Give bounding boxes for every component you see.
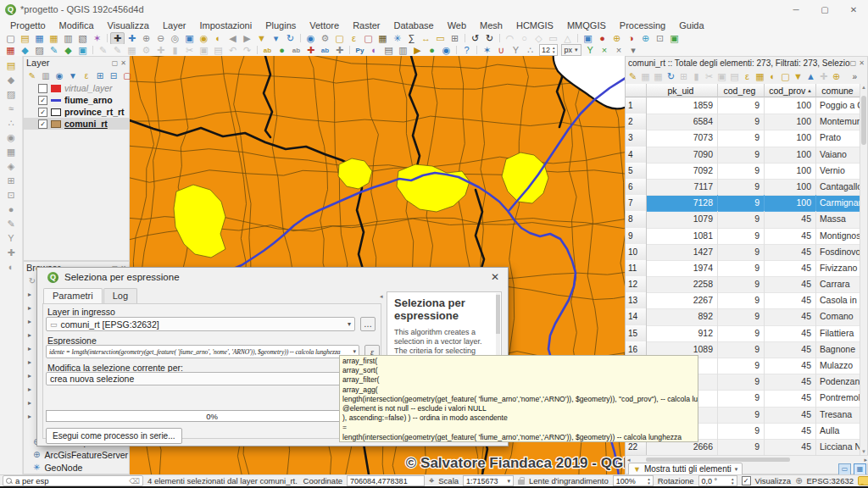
clear-search-icon[interactable]: ⌫ [129, 477, 140, 485]
zoom-to-layer-icon[interactable]: ◐ [211, 33, 225, 44]
cad-perpendicular-icon[interactable]: × [598, 45, 612, 56]
paste-features-icon[interactable]: ▤ [211, 45, 225, 56]
menu-item[interactable]: Progetto [3, 20, 53, 30]
filter-select-icon[interactable]: ▼ [793, 71, 804, 82]
redo-icon[interactable]: ↷ [240, 45, 254, 56]
open-attribute-table-icon[interactable]: ▦ [376, 33, 390, 44]
autocomplete-item[interactable]: ), ascending:=false) ) -- ordina in modo… [342, 413, 698, 423]
save-project-icon[interactable]: ▦ [32, 33, 47, 44]
plugin-icon[interactable]: ◐ [367, 45, 381, 56]
add-group-icon[interactable]: ▥ [40, 70, 52, 81]
zoom-in-icon[interactable]: ⊕ [139, 33, 153, 44]
dialog-tab[interactable]: Log [103, 288, 137, 303]
new-project-icon[interactable]: ▢ [3, 33, 18, 44]
save-edits-icon[interactable]: ▦ [125, 45, 139, 56]
menu-item[interactable]: MMQGIS [560, 20, 613, 30]
add-delimited-text-icon[interactable]: ∴ [4, 117, 18, 129]
table-row[interactable]: 6 7117 9 100 Cantagallo [626, 179, 862, 195]
scrollbar-thumb[interactable] [861, 96, 866, 145]
delete-selected-icon[interactable]: ▮ [168, 45, 182, 56]
row-number[interactable]: 15 [626, 325, 647, 342]
column-header[interactable]: comune [816, 84, 862, 97]
zoom-to-selection-icon[interactable]: ⊕ [831, 71, 842, 82]
measure-icon[interactable]: ↔ [419, 33, 433, 44]
add-vector-layer-icon[interactable]: ◆ [4, 74, 18, 86]
hcmgis-icon[interactable]: ▥ [396, 45, 410, 56]
layer-checkbox[interactable]: ✓ [38, 119, 47, 129]
add-ellipse-icon[interactable]: ◇ [531, 33, 546, 44]
cad-parallel-icon[interactable]: × [612, 45, 626, 56]
table-row[interactable]: 2 6584 9 100 Montemurlo [626, 114, 862, 130]
table-row[interactable]: 10 1427 9 45 Fosdinovo [626, 244, 862, 260]
close-button[interactable]: ✕ [839, 0, 868, 19]
delete-feature-icon[interactable]: ▮ [691, 71, 702, 82]
pan-to-selection-icon[interactable]: ✚ [125, 33, 139, 44]
layer-labeling-icon[interactable]: ab [260, 45, 275, 56]
copy-icon[interactable]: ▣ [716, 71, 727, 82]
close-icon[interactable]: ✕ [487, 271, 503, 283]
zoom-native-icon[interactable]: ◎ [168, 33, 182, 44]
table-view-toggle[interactable]: ▦ [854, 463, 866, 475]
layer-item[interactable]: ✓ fiume_arno [24, 94, 129, 106]
add-raster-layer-icon[interactable]: ▨ [32, 45, 47, 56]
magnifier-icon[interactable]: ⊕ [609, 33, 624, 44]
add-feature-icon[interactable]: ⊞ [678, 71, 689, 82]
invert-selection-icon[interactable]: ◐ [767, 71, 778, 82]
row-number[interactable]: 1 [626, 97, 647, 114]
toolbar-icon[interactable] [577, 34, 578, 42]
open-project-icon[interactable]: ▤ [18, 33, 32, 44]
symbol-unit-select[interactable]: px ▾ [561, 44, 581, 56]
menu-item[interactable]: Visualizza [101, 20, 156, 30]
expand-all-icon[interactable]: ⊞ [94, 70, 106, 81]
menu-item[interactable]: Mesh [473, 20, 509, 30]
add-spatialite-layer-icon[interactable]: ▦ [4, 146, 18, 158]
save-edits-icon[interactable]: ▦ [653, 71, 664, 82]
column-header[interactable]: pk_uid [647, 84, 718, 97]
osm-plugin-icon[interactable]: ● [425, 45, 439, 56]
table-row[interactable]: 4 7090 9 100 Vaiano [626, 147, 862, 163]
browser-item[interactable]: ⊕ ArcGisFeatureServer [24, 448, 129, 461]
add-feature-icon[interactable]: ✚ [153, 45, 168, 56]
deselect-all-icon[interactable]: ▢ [361, 33, 376, 44]
toggle-editing-icon[interactable]: ✎ [96, 45, 110, 56]
extent-toggle-icon[interactable]: ⌖ [429, 475, 434, 486]
toolbar-icon[interactable] [456, 46, 457, 54]
toggle-editing-icon[interactable]: ✎ [627, 71, 638, 82]
close-panel-icon[interactable]: ✕ [120, 59, 126, 67]
autocomplete-item[interactable]: array_sort( [342, 366, 698, 375]
add-wfs-layer-icon[interactable]: ✎ [4, 218, 18, 230]
menu-item[interactable]: Vettore [303, 20, 346, 30]
layer-item[interactable]: ✓ province_rt_rt [24, 106, 129, 118]
zoom-out-icon[interactable]: ⊖ [153, 33, 168, 44]
stepper-arrows-icon[interactable]: ▴▾ [732, 477, 734, 485]
more-options-icon[interactable]: ▾ [626, 45, 641, 56]
snap-dots-icon[interactable]: ∴ [523, 45, 537, 56]
autocomplete-item[interactable]: array_agg( [342, 385, 698, 395]
add-wcs-layer-icon[interactable]: Y [4, 232, 18, 244]
cut-features-icon[interactable]: ✂ [182, 45, 197, 56]
autocomplete-item[interactable]: @element is not null -- esclude i valori… [342, 404, 698, 413]
deselect-all-icon[interactable]: ▢ [780, 71, 791, 82]
mmqgis-icon[interactable]: ▤ [381, 45, 396, 56]
stepper-arrows-icon[interactable]: ▴▾ [553, 46, 555, 54]
preview-mode-icon[interactable]: ◑ [624, 33, 638, 44]
lock-scale-icon[interactable] [518, 480, 525, 485]
new-virtual-layer-icon[interactable]: ▣ [75, 45, 90, 56]
table-row[interactable]: 7 7128 9 100 Carmignano [626, 195, 862, 211]
run-as-batch-button[interactable]: Esegui come processo in serie... [46, 428, 182, 444]
manage-map-themes-icon[interactable]: ◉ [53, 70, 65, 81]
add-vector-layer-icon[interactable]: ◆ [18, 45, 32, 56]
menu-item[interactable]: Guida [672, 20, 710, 30]
move-label-icon[interactable]: ✚ [332, 45, 347, 56]
toolbar-icon[interactable] [300, 34, 301, 42]
python-console-icon[interactable]: Py [353, 45, 367, 56]
toolbar-icon[interactable] [107, 34, 108, 42]
new-print-layout-icon[interactable]: ▥ [61, 33, 75, 44]
cut-icon[interactable]: ✂ [704, 71, 715, 82]
statistical-summary-icon[interactable]: ∑ [404, 33, 419, 44]
row-number[interactable]: 14 [626, 308, 647, 325]
autocomplete-item[interactable]: = [342, 423, 698, 432]
row-number[interactable]: 4 [626, 147, 647, 164]
undock-panel-icon[interactable]: ▢ [112, 59, 119, 67]
row-number[interactable]: 5 [626, 163, 647, 180]
